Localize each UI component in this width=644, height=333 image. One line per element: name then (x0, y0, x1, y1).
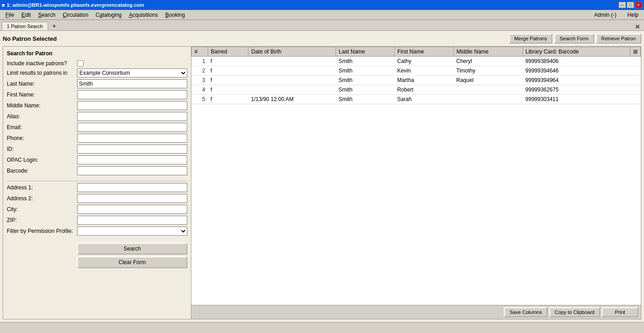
col-header-firstname: First Name (395, 47, 454, 57)
label-last-name: Last Name: (7, 81, 77, 87)
cell-dob (249, 57, 336, 66)
table-row[interactable]: 3 f Smith Martha Raquel 99999394964 (192, 76, 641, 85)
label-limit-results: Limit results to patrons in (7, 70, 77, 76)
label-barcode: Barcode: (7, 168, 77, 174)
search-button[interactable]: Search (77, 243, 187, 255)
menu-help[interactable]: Help (624, 11, 642, 19)
menu-acquisitions[interactable]: Acquisitions (125, 11, 161, 19)
cell-barcode: 99999394646 (522, 66, 630, 76)
label-opac-login: OPAC Login: (7, 157, 77, 163)
close-button[interactable]: ✕ (635, 2, 642, 8)
print-button[interactable]: Print (602, 307, 638, 317)
cell-middlename: Cheryl (454, 57, 522, 66)
window-controls: ─ □ ✕ (619, 2, 642, 8)
merge-patrons-button[interactable]: Merge Patrons (509, 34, 552, 43)
tab-add-button[interactable]: + (49, 21, 60, 30)
address2-input[interactable] (77, 194, 187, 203)
cell-num: 4 (192, 85, 208, 95)
table-row[interactable]: 2 f Smith Kevin Timothy 99999394646 (192, 66, 641, 76)
menu-booking[interactable]: Booking (161, 11, 188, 19)
label-include-inactive: Include inactive patrons? (7, 60, 77, 67)
label-email: Email: (7, 124, 77, 130)
zip-input[interactable] (77, 216, 187, 225)
tab-label: 1 Patron Search (7, 24, 43, 29)
barcode-input[interactable] (77, 166, 187, 175)
tab-bar: 1 Patron Search + ✕ (0, 20, 644, 31)
retrieve-patron-button[interactable]: Retrieve Patron (596, 34, 641, 43)
col-header-dob: Date of Birth (249, 47, 336, 57)
alias-input[interactable] (77, 112, 187, 121)
col-header-expand[interactable]: ⊞ (630, 47, 641, 57)
status-bar: No Patron Selected Merge Patrons Search … (3, 34, 641, 43)
middle-name-input[interactable] (77, 101, 187, 110)
cell-firstname: Martha (395, 76, 454, 85)
form-row-limit: Limit results to patrons in Example Cons… (7, 68, 187, 77)
col-header-barcode: Library Card: Barcode (522, 47, 630, 57)
email-input[interactable] (77, 123, 187, 132)
table-row[interactable]: 5 f 1/13/90 12:00 AM Smith Sarah 9999930… (192, 95, 641, 104)
tab-bar-close[interactable]: ✕ (635, 23, 642, 30)
tab-patron-search[interactable]: 1 Patron Search (2, 22, 48, 30)
menu-cataloging[interactable]: Cataloging (92, 11, 125, 19)
city-input[interactable] (77, 205, 187, 214)
cell-middlename: Timothy (454, 66, 522, 76)
id-input[interactable] (77, 145, 187, 154)
cell-barred: f (208, 57, 248, 66)
first-name-input[interactable] (77, 90, 187, 99)
form-row-permission-profile: Filter by Permission Profile: (7, 227, 187, 236)
minimize-button[interactable]: ─ (619, 2, 626, 8)
cell-empty (630, 95, 641, 104)
table-row[interactable]: 4 f Smith Robert 99999362675 (192, 85, 641, 95)
form-buttons: Search Clear Form (7, 243, 187, 268)
label-middle-name: Middle Name: (7, 102, 77, 109)
form-row-id: ID: (7, 145, 187, 154)
results-footer: Save Columns Copy to Clipboard Print (191, 305, 641, 319)
cell-empty (630, 57, 641, 66)
results-table-container[interactable]: # Barred Date of Birth Last Name First N… (191, 47, 641, 305)
cell-lastname: Smith (336, 95, 394, 104)
cell-lastname: Smith (336, 66, 394, 76)
results-table: # Barred Date of Birth Last Name First N… (191, 47, 641, 104)
cell-lastname: Smith (336, 85, 394, 95)
address1-input[interactable] (77, 183, 187, 192)
clear-form-button[interactable]: Clear Form (77, 256, 187, 268)
cell-firstname: Cathy (395, 57, 454, 66)
bottom-status-bar (0, 322, 644, 333)
form-row-alias: Alias: (7, 112, 187, 121)
menu-bar: File Edit Search Circulation Cataloging … (0, 10, 644, 20)
main-content: No Patron Selected Merge Patrons Search … (0, 31, 644, 322)
cell-barred: f (208, 95, 248, 104)
label-alias: Alias: (7, 113, 77, 120)
form-row-opac: OPAC Login: (7, 155, 187, 164)
search-form-button[interactable]: Search Form (554, 34, 594, 43)
menu-admin[interactable]: Admin (-) (590, 11, 620, 19)
label-address2: Address 2: (7, 195, 77, 202)
cell-barred: f (208, 76, 248, 85)
table-row[interactable]: 1 f Smith Cathy Cheryl 99999389406 (192, 57, 641, 66)
last-name-input[interactable] (77, 79, 187, 88)
results-panel: # Barred Date of Birth Last Name First N… (191, 47, 641, 319)
label-city: City: (7, 206, 77, 212)
menu-file[interactable]: File (2, 11, 18, 19)
label-address1: Address 1: (7, 184, 77, 191)
status-buttons: Merge Patrons Search Form Retrieve Patro… (509, 34, 641, 43)
col-header-barred: Barred (208, 47, 248, 57)
menu-edit[interactable]: Edit (18, 11, 34, 19)
permission-profile-select[interactable] (77, 227, 187, 236)
cell-dob (249, 66, 336, 76)
menu-search[interactable]: Search (34, 11, 59, 19)
form-row-inactive: Include inactive patrons? (7, 60, 187, 67)
limit-results-select[interactable]: Example Consortium (77, 68, 187, 77)
phone-input[interactable] (77, 134, 187, 143)
form-row-middlename: Middle Name: (7, 101, 187, 110)
maximize-button[interactable]: □ (627, 2, 634, 8)
form-row-address2: Address 2: (7, 194, 187, 203)
include-inactive-checkbox[interactable] (77, 60, 83, 67)
save-columns-button[interactable]: Save Columns (504, 307, 547, 317)
form-row-firstname: First Name: (7, 90, 187, 99)
label-zip: ZIP: (7, 217, 77, 223)
bottom-status-text (2, 325, 3, 331)
opac-login-input[interactable] (77, 155, 187, 164)
copy-clipboard-button[interactable]: Copy to Clipboard (549, 307, 600, 317)
menu-circulation[interactable]: Circulation (59, 11, 92, 19)
